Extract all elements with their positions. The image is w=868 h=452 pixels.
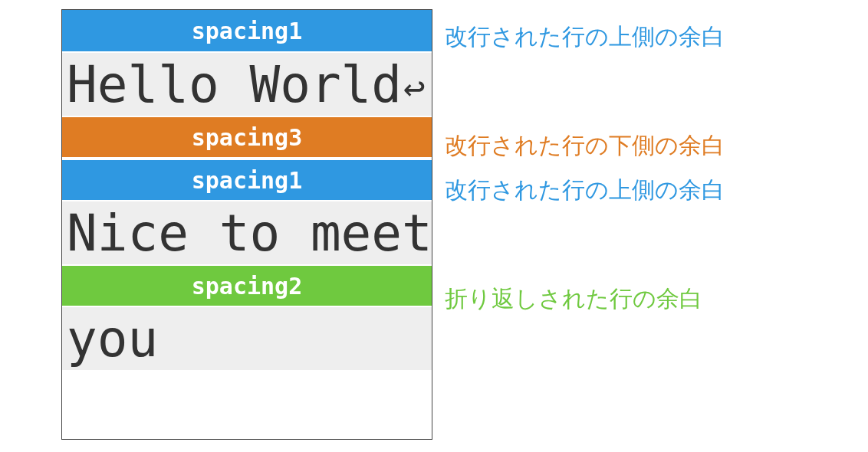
- spacing1-bar-top: spacing1: [62, 10, 432, 53]
- annotation-spacing1-mid: 改行された行の上側の余白: [445, 175, 725, 206]
- spacing3-label: spacing3: [192, 124, 303, 151]
- spacing1-label: spacing1: [192, 18, 303, 44]
- text-line-3-content: you: [67, 310, 158, 368]
- text-line-3: you: [62, 307, 432, 370]
- spacing1-bar-mid: spacing1: [62, 159, 432, 201]
- spacing2-bar: spacing2: [62, 264, 432, 307]
- return-icon: ↩: [403, 69, 426, 106]
- spacing3-bar: spacing3: [62, 116, 432, 159]
- text-layout-box: spacing1 Hello World↩ spacing3 spacing1 …: [61, 9, 432, 440]
- text-line-1: Hello World↩: [62, 53, 432, 116]
- text-line-1-content: Hello World: [67, 55, 402, 114]
- text-line-2-content: Nice to meet: [67, 204, 432, 263]
- annotation-spacing1-top: 改行された行の上側の余白: [445, 21, 725, 53]
- annotation-spacing2: 折り返しされた行の余白: [445, 283, 702, 315]
- spacing2-label: spacing2: [192, 273, 303, 300]
- spacing1-label-2: spacing1: [192, 167, 303, 194]
- annotation-spacing3: 改行された行の下側の余白: [445, 130, 725, 162]
- text-line-2: Nice to meet: [62, 201, 432, 264]
